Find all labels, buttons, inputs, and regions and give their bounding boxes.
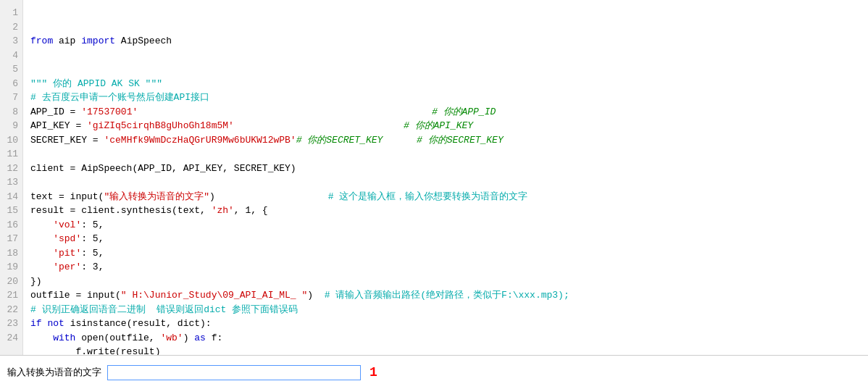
code-content: from aip import AipSpeech """ 你的 APPID A… [23, 0, 868, 355]
code-editor: 123456789101112131415161718192021222324 … [0, 0, 868, 355]
text-input[interactable] [107, 365, 361, 380]
line-numbers: 123456789101112131415161718192021222324 [0, 0, 23, 355]
input-badge: 1 [370, 365, 377, 380]
input-label: 输入转换为语音的文字 [7, 366, 101, 379]
input-bar: 输入转换为语音的文字 1 [0, 355, 868, 389]
